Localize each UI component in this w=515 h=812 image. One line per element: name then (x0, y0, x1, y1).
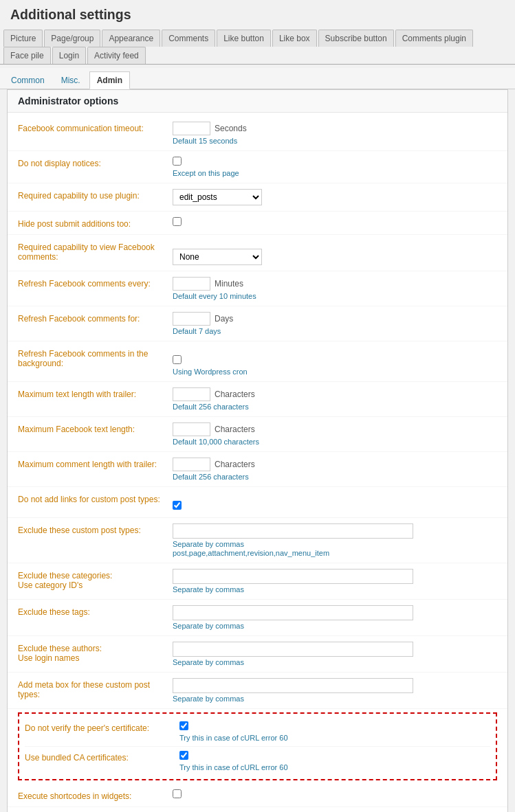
default-refresh-every: Default every 10 minutes (173, 292, 256, 300)
setting-max-comment: Maximum comment length with trailer: Cha… (8, 452, 507, 487)
tab-comments[interactable]: Comments (162, 30, 215, 47)
control-refresh-bg: Using Wordpress cron (173, 347, 248, 376)
label-line1-exclude-authors: Exclude these authors: (18, 644, 166, 653)
page-wrapper: Additional settings Picture Page/group A… (0, 0, 515, 812)
label-max-comment: Maximum comment length with trailer: (18, 458, 173, 469)
setting-refresh-for: Refresh Facebook comments for: Days Defa… (8, 306, 507, 341)
tab-comments-plugin[interactable]: Comments plugin (395, 30, 473, 47)
tab-appearance[interactable]: Appearance (102, 30, 160, 47)
unit-max-comment: Characters (215, 460, 255, 469)
control-req-capability: edit_posts manage_options edit_others_po… (173, 189, 262, 205)
tab-misc[interactable]: Misc. (54, 71, 88, 89)
tab-login[interactable]: Login (52, 47, 86, 64)
unit-max-fb-text: Characters (215, 425, 255, 434)
helper-exclude-post-types: Separate by commas (173, 540, 413, 548)
section-header: Administrator options (8, 90, 507, 113)
label-meta-box: Add meta box for these custom post types… (18, 678, 173, 699)
checkbox-no-verify-cert[interactable] (179, 721, 188, 730)
setting-no-links-custom: Do not add links for custom post types: (8, 487, 507, 518)
select-req-cap-view[interactable]: None edit_posts manage_options (173, 249, 262, 265)
label-bundled-ca: Use bundled CA certificates: (25, 751, 179, 763)
checkbox-hide-submit[interactable] (173, 217, 182, 226)
helper-exclude-cats: Separate by commas (173, 585, 413, 594)
setting-exclude-tags: Exclude these tags: Separate by commas (8, 600, 507, 636)
setting-max-text-trailer: Maximum text length with trailer: Charac… (8, 382, 507, 417)
tab-common[interactable]: Common (3, 71, 52, 89)
input-meta-box[interactable] (173, 678, 413, 693)
control-refresh-for: Days Default 7 days (173, 312, 233, 335)
label-line1-exclude-cats: Exclude these categories: (18, 571, 166, 580)
input-exclude-authors[interactable] (173, 642, 413, 657)
label-refresh-every: Refresh Facebook comments every: (18, 277, 173, 289)
tab-like-box[interactable]: Like box (272, 30, 317, 47)
input-max-comment[interactable] (173, 458, 210, 471)
checkbox-refresh-bg[interactable] (173, 355, 182, 364)
tab-subscribe-button[interactable]: Subscribe button (318, 30, 394, 47)
unit-max-text-trailer: Characters (215, 390, 255, 399)
label-line2-exclude-cats: Use category ID's (18, 580, 166, 590)
checkbox-exec-shortcodes[interactable] (173, 789, 182, 798)
control-max-fb-text: Characters Default 10,000 characters (173, 422, 259, 446)
setting-exec-shortcodes: Execute shortcodes in widgets: (8, 784, 507, 807)
tab-face-pile[interactable]: Face pile (3, 47, 51, 64)
default-fb-timeout: Default 15 seconds (173, 137, 247, 145)
setting-exclude-cats: Exclude these categories: Use category I… (8, 563, 507, 600)
setting-bundled-ca: Use bundled CA certificates: Try this in… (25, 747, 490, 776)
label-exclude-tags: Exclude these tags: (18, 605, 173, 617)
input-exclude-tags[interactable] (173, 605, 413, 620)
label-no-verify-cert: Do not verify the peer's certificate: (25, 721, 179, 733)
select-req-capability[interactable]: edit_posts manage_options edit_others_po… (173, 189, 262, 205)
checkbox-no-links-custom[interactable] (173, 501, 182, 510)
setting-max-fb-text: Maximum Facebook text length: Characters… (8, 417, 507, 452)
input-max-text-trailer[interactable] (173, 387, 210, 401)
control-max-text-trailer: Characters Default 256 characters (173, 387, 255, 411)
control-max-comment: Characters Default 256 characters (173, 458, 255, 481)
control-exclude-tags: Separate by commas (173, 605, 413, 630)
helper2-exclude-post-types: post,page,attachment,revision,nav_menu_i… (173, 549, 413, 557)
unit-refresh-every: Minutes (215, 279, 243, 289)
tab-admin[interactable]: Admin (89, 71, 130, 89)
setting-no-verify-cert: Do not verify the peer's certificate: Tr… (25, 717, 490, 747)
tab-pagegroup[interactable]: Page/group (44, 30, 100, 47)
control-no-verify-cert: Try this in case of cURL error 60 (179, 721, 288, 742)
input-refresh-for[interactable] (173, 312, 210, 326)
helper-no-notices: Except on this page (173, 169, 239, 177)
default-max-text-trailer: Default 256 characters (173, 403, 255, 411)
main-panel: Administrator options Facebook communica… (7, 89, 508, 812)
label-refresh-bg: Refresh Facebook comments in the backgro… (18, 347, 173, 368)
setting-exclude-post-types: Exclude these custom post types: Separat… (8, 518, 507, 563)
input-refresh-every[interactable] (173, 277, 210, 291)
label-max-fb-text: Maximum Facebook text length: (18, 422, 173, 434)
input-fb-timeout[interactable] (173, 122, 210, 135)
section-title: Administrator options (18, 95, 118, 106)
page-title: Additional settings (10, 7, 505, 23)
primary-tabs: Picture Page/group Appearance Comments L… (0, 26, 515, 65)
secondary-tabs: Common Misc. Admin (0, 68, 515, 89)
checkbox-no-notices[interactable] (173, 157, 182, 166)
helper-meta-box: Separate by commas (173, 695, 413, 703)
tab-picture[interactable]: Picture (3, 30, 43, 47)
label-req-capability: Required capability to use plugin: (18, 189, 173, 201)
checkbox-bundled-ca[interactable] (179, 751, 188, 760)
page-header: Additional settings (0, 0, 515, 26)
tab-like-button[interactable]: Like button (217, 30, 271, 47)
control-hide-submit (173, 217, 185, 228)
tab-activity-feed[interactable]: Activity feed (87, 47, 146, 64)
control-exclude-post-types: Separate by commas post,page,attachment,… (173, 523, 413, 557)
setting-req-capability: Required capability to use plugin: edit_… (8, 183, 507, 212)
control-exclude-authors: Separate by commas (173, 642, 413, 666)
input-exclude-cats[interactable] (173, 569, 413, 584)
label-fb-timeout: Facebook communication timeout: (18, 122, 173, 133)
control-fb-timeout: Seconds Default 15 seconds (173, 122, 247, 145)
unit-fb-timeout: Seconds (215, 124, 247, 133)
default-max-fb-text: Default 10,000 characters (173, 438, 259, 446)
setting-refresh-bg: Refresh Facebook comments in the backgro… (8, 341, 507, 382)
label-line2-exclude-authors: Use login names (18, 653, 166, 663)
label-max-text-trailer: Maximum text length with trailer: (18, 387, 173, 399)
input-max-fb-text[interactable] (173, 422, 210, 436)
input-exclude-post-types[interactable] (173, 523, 413, 539)
label-no-notices: Do not display notices: (18, 157, 173, 168)
try-text-bundled-ca: Try this in case of cURL error 60 (179, 763, 288, 771)
label-no-links-custom: Do not add links for custom post types: (18, 493, 173, 504)
setting-exclude-authors: Exclude these authors: Use login names S… (8, 636, 507, 673)
